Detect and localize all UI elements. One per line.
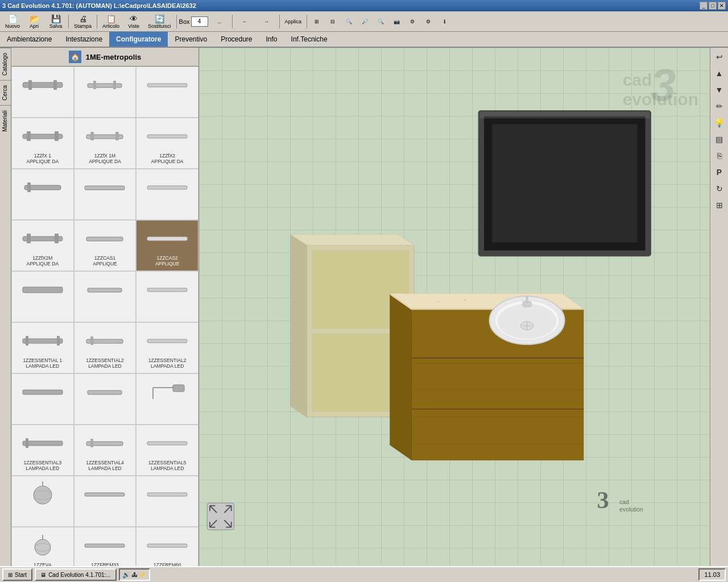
tb-settings1-btn[interactable]: ⚙ xyxy=(405,13,420,30)
tray-icon-1: 🔊 xyxy=(122,571,130,579)
tb-camera-btn[interactable]: 📷 xyxy=(389,13,404,30)
sostituisci-label: Sostituisci xyxy=(148,23,171,29)
rt-copy-btn[interactable]: ⎘ xyxy=(712,148,727,164)
menu-ambientazione[interactable]: Ambientazione xyxy=(0,32,59,47)
titlebar-controls: _ □ ✕ xyxy=(700,2,726,10)
item-label-1ZZESSENTIAL3: 1ZZESSENTIAL3LAMPADA LED xyxy=(24,460,62,471)
tb-icon2-btn[interactable]: ⊟ xyxy=(325,13,340,30)
start-icon: ⊞ xyxy=(8,572,13,578)
catalog-grid-container[interactable]: 1ZZfX 1APPLIQUE DA 1ZZfX 1MAPPLIQUE DA 1… xyxy=(11,66,198,566)
catalog-item-1ZZEVA[interactable]: 1ZZEVALAMPADA xyxy=(11,527,74,566)
rt-rotate-btn[interactable]: ↻ xyxy=(712,181,727,197)
tb-settings2-btn[interactable]: ⚙ xyxy=(421,13,436,30)
svg-rect-17 xyxy=(147,186,187,189)
stampa-btn[interactable]: 🖨 Stampa xyxy=(71,13,94,30)
svg-rect-2 xyxy=(53,80,57,90)
rt-up-btn[interactable]: ▲ xyxy=(712,65,727,81)
home-icon[interactable]: 🏠 xyxy=(69,51,81,63)
nuovo-btn[interactable]: 📄 Nuovo xyxy=(2,13,23,30)
rt-undo-btn[interactable]: ↩ xyxy=(712,49,727,65)
catalog-item-1ZZESSENTIAL4[interactable]: 1ZZESSENTIAL4LAMPADA LED xyxy=(74,425,136,476)
catalog-item-r3c2[interactable] xyxy=(74,169,136,220)
svg-marker-77 xyxy=(390,294,412,460)
catalog-item-1ZZESSENTIAL5[interactable]: 1ZZESSENTIAL5LAMPADA LED xyxy=(136,425,198,476)
catalog-item-1ZZESSENTIAL1[interactable]: 1ZZESSENTIAL 1LAMPADA LED xyxy=(11,322,74,373)
catalog-item-r9c1[interactable] xyxy=(11,476,74,527)
start-button[interactable]: ⊞ Start xyxy=(2,568,32,581)
catalog-item-1ZZCAS2[interactable]: 1ZZCAS2APPLIQUE xyxy=(136,220,198,271)
item-preview-1ZZFREM60 xyxy=(142,530,193,561)
viste-btn[interactable]: 👁 Viste xyxy=(123,13,144,30)
close-btn[interactable]: ✕ xyxy=(718,2,726,10)
catalog-item-1ZZFX1M[interactable]: 1ZZfX 1MAPPLIQUE DA xyxy=(74,118,136,169)
catalog-item-r5c2[interactable] xyxy=(74,271,136,322)
catalog-item-r9c2[interactable] xyxy=(74,476,136,527)
menu-procedure[interactable]: Procedure xyxy=(214,32,259,47)
catalog-item-1ZZESSENTIAL2a[interactable]: 1ZZESSENTIAL2LAMPADA LED xyxy=(74,322,136,373)
catalog-item-r7c3[interactable] xyxy=(136,373,198,425)
item-preview-1ZZFREM33 xyxy=(79,530,130,561)
apri-btn[interactable]: 📂 Apri xyxy=(24,13,44,30)
maximize-btn[interactable]: □ xyxy=(709,2,717,10)
sidebar-materiali[interactable]: Materiali xyxy=(0,105,11,136)
rt-export-btn[interactable]: ⊞ xyxy=(712,197,727,213)
catalog-item-1ZZFREM33[interactable]: 1ZZFREM33APPLIQUE xyxy=(74,527,136,566)
catalog-header: 🏠 1ME-metropolis xyxy=(11,48,198,66)
catalog-item-r9c3[interactable] xyxy=(136,476,198,527)
catalog-item-1ZZFREM60[interactable]: 1ZZFREM60APPLIQUE xyxy=(136,527,198,566)
tb-info-btn[interactable]: ℹ xyxy=(437,13,452,30)
rt-down-btn[interactable]: ▼ xyxy=(712,82,727,98)
dots-btn[interactable]: ... xyxy=(209,13,230,30)
menu-configuratore[interactable]: Configuratore xyxy=(109,32,168,47)
box-input[interactable] xyxy=(191,16,208,27)
menu-intestazione[interactable]: Intestazione xyxy=(59,32,109,47)
sidebar-catalogo[interactable]: Catalogo xyxy=(0,48,11,80)
menu-info[interactable]: Info xyxy=(259,32,284,47)
catalog-item-1ZZFX2M[interactable]: 1ZZfX2MAPPLIQUE DA xyxy=(11,220,74,271)
item-label-1ZZFX2: 1ZZfX2APPLIQUE DA xyxy=(151,153,184,164)
catalog-item-1ZZFX1[interactable]: 1ZZfX 1APPLIQUE DA xyxy=(11,118,74,169)
menu-inf-tecniche[interactable]: Inf.Tecniche xyxy=(284,32,334,47)
applica-btn[interactable]: Applica xyxy=(282,13,305,30)
catalog-item-1ZZCAS1[interactable]: 1ZZCAS1APPLIQUE xyxy=(74,220,136,271)
catalog-item-1[interactable] xyxy=(74,66,136,118)
sostituisci-btn[interactable]: 🔄 Sostituisci xyxy=(145,13,174,30)
svg-rect-9 xyxy=(55,131,59,141)
svg-rect-46 xyxy=(147,493,187,496)
articolo-btn[interactable]: 📋 Articolo xyxy=(100,13,122,30)
catalog-item-0[interactable] xyxy=(11,66,74,118)
taskbar-window-1[interactable]: 🖥 Cad Evolution 4.1.701:... xyxy=(35,568,117,581)
salva-btn[interactable]: 💾 Salva xyxy=(46,13,66,30)
rt-p-btn[interactable]: P xyxy=(712,164,727,180)
catalog-item-r3c3[interactable] xyxy=(136,169,198,220)
menu-preventivo[interactable]: Preventivo xyxy=(168,32,214,47)
catalog-item-2[interactable] xyxy=(136,66,198,118)
tb-settings2-icon: ⚙ xyxy=(426,19,431,24)
catalog-item-r7c2[interactable] xyxy=(74,373,136,425)
forward-btn[interactable]: → xyxy=(257,13,277,30)
catalog-item-1ZZESSENTIAL2b[interactable]: 1ZZESSENTIAL2LAMPADA LED xyxy=(136,322,198,373)
catalog-item-r7c1[interactable] xyxy=(11,373,74,425)
item-preview-r3c2 xyxy=(79,172,130,203)
tb-icon1-btn[interactable]: ⊞ xyxy=(309,13,324,30)
back-btn[interactable]: ← xyxy=(235,13,255,30)
svg-rect-24 xyxy=(88,288,122,292)
rt-light-btn[interactable]: 💡 xyxy=(712,115,727,131)
tb-zoom3-btn[interactable]: 🔍 xyxy=(373,13,388,30)
catalog-item-r5c1[interactable] xyxy=(11,271,74,322)
svg-rect-1 xyxy=(28,80,32,90)
catalog-item-1ZZESSENTIAL3[interactable]: 1ZZESSENTIAL3LAMPADA LED xyxy=(11,425,74,476)
rt-layers-btn[interactable]: ▤ xyxy=(712,131,727,147)
tb-zoom1-btn[interactable]: 🔍 xyxy=(341,13,356,30)
svg-rect-3 xyxy=(88,84,122,88)
minimize-btn[interactable]: _ xyxy=(700,2,708,10)
toolbar: 📄 Nuovo 📂 Apri 💾 Salva 🖨 Stampa 📋 Artico… xyxy=(0,11,728,32)
catalog-item-r3c1[interactable] xyxy=(11,169,74,220)
item-label-1ZZFREM33: 1ZZFREM33APPLIQUE xyxy=(91,562,119,566)
catalog-item-1ZZFX2[interactable]: 1ZZfX2APPLIQUE DA xyxy=(136,118,198,169)
tb-zoom2-btn[interactable]: 🔎 xyxy=(357,13,372,30)
viewport[interactable]: 3 cadevolution xyxy=(199,48,710,566)
catalog-item-r5c3[interactable] xyxy=(136,271,198,322)
sidebar-cerca[interactable]: Cerca xyxy=(0,80,11,105)
rt-pen-btn[interactable]: ✏ xyxy=(712,98,727,114)
